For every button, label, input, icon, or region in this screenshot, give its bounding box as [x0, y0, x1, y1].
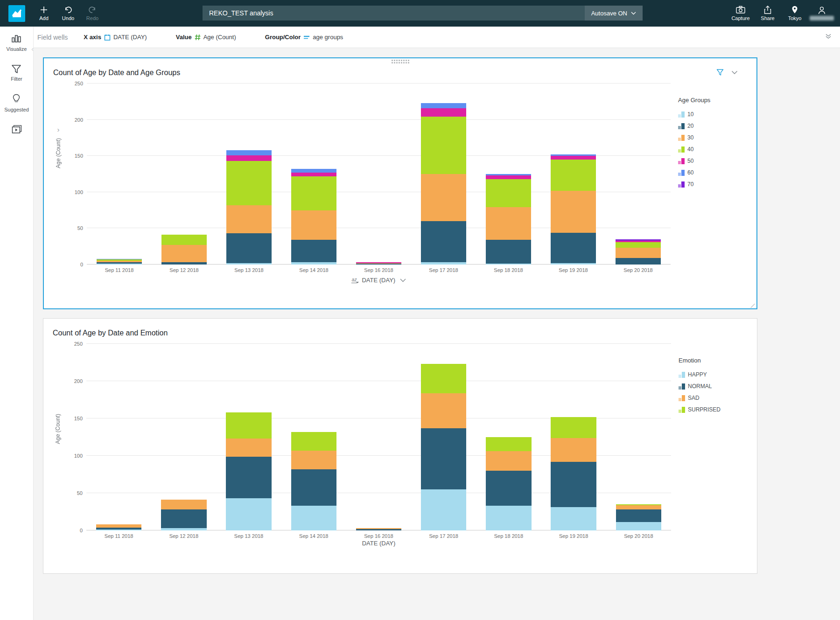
bar-segment-20[interactable] [291, 240, 336, 262]
add-button[interactable]: Add [32, 0, 56, 27]
bar-segment-50[interactable] [291, 173, 336, 176]
legend-item-60[interactable]: 60 [678, 169, 753, 176]
analysis-title[interactable]: REKO_TEST analysis [203, 9, 273, 17]
bar-segment-40[interactable] [616, 242, 661, 248]
visual-count-age-by-date-age-groups[interactable]: Count of Age by Date and Age Groups › Ag… [43, 57, 757, 309]
sidebar-item-story[interactable] [11, 125, 22, 135]
legend-item-40[interactable]: 40 [678, 146, 753, 153]
bar-segment-normal[interactable] [421, 428, 466, 489]
bar-segment-40[interactable] [486, 179, 531, 208]
bar-segment-happy[interactable] [96, 529, 141, 530]
bar-segment-normal[interactable] [551, 462, 596, 508]
bar-segment-30[interactable] [421, 174, 466, 221]
field-well-group-color[interactable]: Group/Color age groups [265, 34, 343, 41]
quicksight-logo[interactable] [8, 5, 25, 22]
legend-item-sad[interactable]: SAD [679, 395, 753, 401]
bar-segment-surprised[interactable] [291, 432, 336, 451]
user-menu-button[interactable] [808, 0, 835, 27]
sidebar-item-suggested[interactable]: Suggested [4, 94, 29, 112]
bar-segment-happy[interactable] [421, 489, 466, 530]
analysis-title-box[interactable]: REKO_TEST analysis Autosave ON [203, 6, 643, 21]
bar-segment-30[interactable] [551, 191, 596, 233]
bar-segment-20[interactable] [421, 221, 466, 262]
bar-segment-40[interactable] [161, 235, 207, 245]
bar-segment-normal[interactable] [161, 509, 206, 528]
bar-segment-happy[interactable] [161, 528, 206, 530]
bar-segment-sad[interactable] [421, 393, 466, 428]
bar-segment-happy[interactable] [551, 507, 596, 530]
bar-segment-sad[interactable] [226, 439, 271, 456]
drag-handle[interactable] [392, 60, 409, 63]
legend-item-10[interactable]: 10 [678, 111, 753, 118]
bar-segment-20[interactable] [356, 264, 401, 265]
visual-count-age-by-date-emotion[interactable]: Count of Age by Date and Emotion Age (Co… [43, 318, 757, 574]
legend-item-20[interactable]: 20 [678, 123, 753, 129]
filter-funnel-icon[interactable] [716, 69, 724, 76]
bar-segment-40[interactable] [291, 176, 336, 210]
collapse-field-wells-button[interactable] [825, 33, 832, 40]
legend-item-happy[interactable]: HAPPY [679, 371, 753, 378]
bar-segment-30[interactable] [226, 205, 272, 234]
bar-segment-60[interactable] [291, 169, 336, 173]
bar-segment-20[interactable] [616, 258, 661, 265]
bar-segment-sad[interactable] [291, 451, 336, 469]
bar-segment-normal[interactable] [486, 471, 531, 506]
bar-segment-50[interactable] [421, 108, 466, 117]
bar-segment-surprised[interactable] [226, 412, 271, 439]
bar-segment-10[interactable] [97, 264, 142, 265]
bar-segment-60[interactable] [421, 103, 466, 108]
sidebar-item-filter[interactable]: Filter [11, 64, 22, 82]
bar-segment-sad[interactable] [486, 451, 531, 471]
sidebar-item-visualize[interactable]: Visualize [7, 33, 27, 52]
bar-segment-sad[interactable] [551, 438, 596, 462]
y-axis-expand-chevron-icon[interactable]: › [57, 125, 60, 133]
bar-segment-10[interactable] [551, 263, 596, 265]
bar-segment-50[interactable] [486, 175, 531, 179]
bar-segment-happy[interactable] [616, 522, 661, 530]
redo-button[interactable]: Redo [80, 0, 105, 27]
bar-segment-60[interactable] [226, 150, 272, 155]
bar-segment-20[interactable] [551, 233, 596, 263]
bar-segment-surprised[interactable] [421, 364, 466, 393]
bar-segment-40[interactable] [226, 161, 272, 205]
bar-segment-happy[interactable] [486, 506, 531, 530]
bar-segment-20[interactable] [486, 240, 531, 264]
capture-button[interactable]: Capture [727, 0, 754, 27]
bar-segment-40[interactable] [551, 160, 596, 191]
bar-segment-normal[interactable] [291, 469, 336, 506]
legend-item-70[interactable]: 70 [678, 181, 753, 188]
bar-segment-30[interactable] [486, 207, 531, 240]
bar-segment-30[interactable] [161, 245, 207, 262]
bar-segment-surprised[interactable] [486, 437, 531, 451]
legend-item-surprised[interactable]: SURPRISED [679, 406, 753, 413]
bar-segment-50[interactable] [551, 156, 596, 160]
legend-item-normal[interactable]: NORMAL [679, 383, 753, 390]
field-well-x-axis[interactable]: X axis DATE (DAY) [84, 34, 147, 41]
resize-handle[interactable] [750, 302, 756, 308]
bar-segment-sad[interactable] [161, 500, 206, 509]
bar-segment-40[interactable] [421, 117, 466, 174]
field-well-value[interactable]: Value Age (Count) [176, 34, 236, 41]
bar-segment-30[interactable] [616, 248, 661, 258]
share-button[interactable]: Share [754, 0, 781, 27]
visual-menu-chevron-down-icon[interactable] [731, 70, 738, 75]
bar-segment-30[interactable] [291, 210, 336, 240]
bar-segment-10[interactable] [421, 262, 466, 265]
bar-segment-10[interactable] [291, 262, 336, 265]
bar-segment-20[interactable] [226, 233, 272, 263]
bar-segment-surprised[interactable] [551, 417, 596, 438]
bar-segment-normal[interactable] [616, 509, 661, 522]
undo-button[interactable]: Undo [56, 0, 80, 27]
bar-segment-10[interactable] [486, 264, 531, 265]
field-wells-label[interactable]: Field wells [37, 34, 68, 41]
bar-segment-50[interactable] [226, 155, 272, 161]
bar-segment-20[interactable] [161, 262, 207, 265]
bar-segment-sad[interactable] [616, 505, 661, 510]
legend-item-50[interactable]: 50 [678, 158, 753, 164]
sidebar-collapse-arrow-icon[interactable]: ‹ [31, 45, 34, 53]
bar-segment-happy[interactable] [291, 506, 336, 530]
region-button[interactable]: Tokyo [781, 0, 808, 27]
autosave-dropdown[interactable]: Autosave ON [585, 6, 643, 21]
bar-segment-normal[interactable] [356, 529, 401, 530]
bar-segment-happy[interactable] [226, 498, 271, 530]
